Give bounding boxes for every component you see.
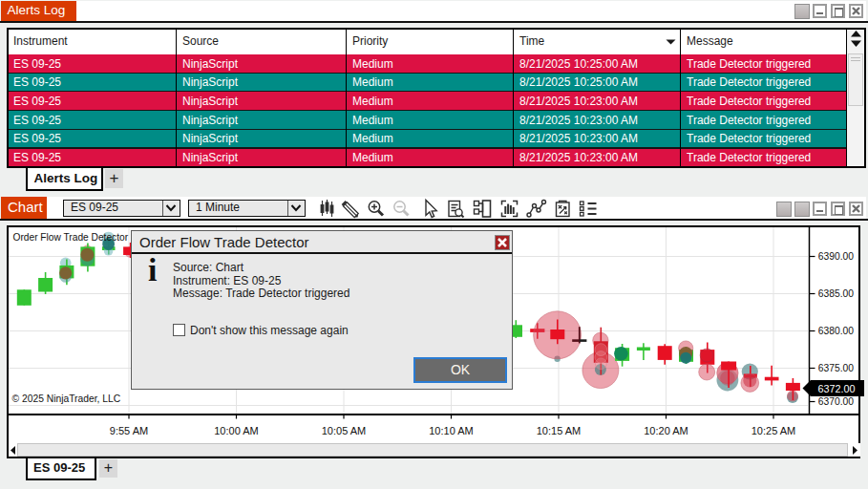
svg-text:6390.00: 6390.00	[818, 251, 854, 262]
svg-text:© 2025 NinjaTrader, LLC: © 2025 NinjaTrader, LLC	[12, 393, 121, 404]
svg-text:10:10 AM: 10:10 AM	[429, 425, 473, 436]
svg-text:10:25 AM: 10:25 AM	[752, 425, 795, 436]
svg-text:10:05 AM: 10:05 AM	[322, 425, 366, 436]
svg-text:6385.00: 6385.00	[818, 288, 854, 299]
svg-text:10:15 AM: 10:15 AM	[537, 425, 581, 436]
svg-text:6372.00: 6372.00	[818, 383, 856, 394]
svg-text:10:00 AM: 10:00 AM	[214, 425, 258, 436]
svg-text:6380.00: 6380.00	[818, 326, 854, 336]
svg-text:10:20 AM: 10:20 AM	[644, 425, 688, 436]
svg-text:Order Flow Trade Detector: Order Flow Trade Detector	[13, 232, 129, 243]
svg-text:6370.00: 6370.00	[818, 396, 854, 407]
svg-text:9:55 AM: 9:55 AM	[110, 425, 148, 436]
svg-text:6375.00: 6375.00	[818, 363, 854, 373]
